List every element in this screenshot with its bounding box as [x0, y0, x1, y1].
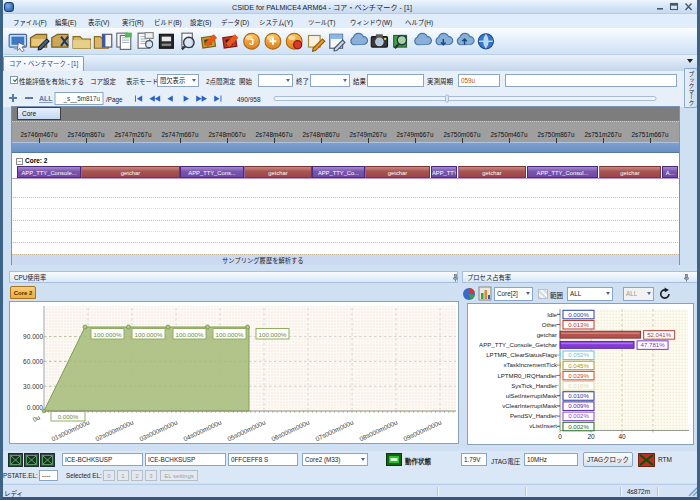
svg-text:0.010%: 0.010% — [568, 392, 589, 399]
svg-text:xTaskIncrementTick: xTaskIncrementTick — [503, 361, 558, 368]
svg-text:ulSetInterruptMask: ulSetInterruptMask — [506, 392, 558, 399]
svg-text:09s000m000u: 09s000m000u — [402, 418, 443, 442]
svg-text:0.045%: 0.045% — [568, 362, 589, 369]
svg-text:90.000: 90.000 — [23, 333, 43, 340]
svg-text:05s000m000u: 05s000m000u — [226, 418, 267, 442]
svg-text:100.000%: 100.000% — [176, 331, 204, 338]
svg-text:04s000m000u: 04s000m000u — [182, 418, 223, 442]
svg-text:getchar: getchar — [537, 331, 557, 338]
svg-text:100.000%: 100.000% — [135, 331, 163, 338]
svg-text:20: 20 — [587, 433, 595, 440]
svg-text:02s000m000u: 02s000m000u — [94, 418, 135, 442]
svg-text:01s000m000u: 01s000m000u — [50, 418, 91, 442]
svg-text:Idle: Idle — [547, 311, 557, 318]
svg-text:06s000m000u: 06s000m000u — [270, 418, 311, 442]
svg-text:47.781%: 47.781% — [641, 341, 666, 348]
svg-text:52.041%: 52.041% — [647, 331, 672, 338]
svg-text:0.000%: 0.000% — [568, 311, 589, 318]
svg-text:60.000: 60.000 — [23, 358, 43, 365]
svg-text:0.016%: 0.016% — [568, 382, 589, 389]
svg-text:30.000: 30.000 — [23, 383, 43, 390]
svg-text:/Page: /Page — [106, 96, 123, 104]
svg-text:100.000%: 100.000% — [94, 331, 122, 338]
svg-text:0.029%: 0.029% — [568, 372, 589, 379]
svg-text:0.000: 0.000 — [27, 404, 44, 411]
svg-text:03s000m000u: 03s000m000u — [138, 418, 179, 442]
svg-text:_s__5m817u: _s__5m817u — [63, 95, 101, 103]
svg-text:ALL: ALL — [39, 95, 53, 102]
svg-text:0.002%: 0.002% — [568, 412, 589, 419]
svg-text:vClearInterruptMask: vClearInterruptMask — [502, 402, 558, 409]
svg-text:100.000%: 100.000% — [259, 331, 287, 338]
svg-text:490/958: 490/958 — [237, 96, 261, 103]
svg-text:0.052%: 0.052% — [568, 351, 589, 358]
svg-text:0: 0 — [558, 433, 562, 440]
svg-text:LPTMR_ClearStatusFlags: LPTMR_ClearStatusFlags — [486, 351, 557, 358]
svg-text:APP_TTY_Console_Getchar: APP_TTY_Console_Getchar — [479, 341, 557, 348]
svg-text:0.013%: 0.013% — [568, 321, 589, 328]
svg-text:0u: 0u — [31, 413, 41, 423]
svg-text:07s000m000u: 07s000m000u — [314, 418, 355, 442]
svg-text:vListInsert: vListInsert — [529, 422, 557, 429]
svg-text:0.009%: 0.009% — [568, 402, 589, 409]
svg-text:SysTick_Handler: SysTick_Handler — [511, 382, 557, 389]
svg-text:08s000m000u: 08s000m000u — [358, 418, 399, 442]
svg-text:PendSV_Handler: PendSV_Handler — [510, 412, 557, 419]
svg-text:40: 40 — [618, 433, 626, 440]
svg-text:0.000%: 0.000% — [58, 413, 79, 420]
svg-text:LPTMR0_IRQHandler: LPTMR0_IRQHandler — [497, 372, 557, 379]
svg-text:J: J — [249, 37, 254, 47]
svg-text:Other: Other — [542, 321, 557, 328]
svg-text:0.002%: 0.002% — [568, 423, 589, 430]
svg-text:100.000%: 100.000% — [216, 331, 244, 338]
